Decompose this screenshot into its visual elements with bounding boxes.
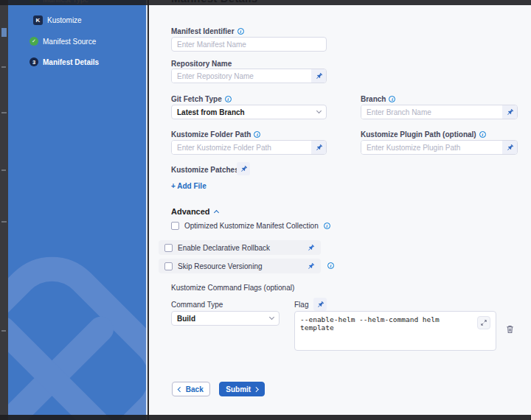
info-icon[interactable]: i [389, 96, 395, 102]
info-icon[interactable]: i [327, 262, 334, 269]
dimmed-page-edge [0, 0, 8, 420]
kustomize-folder-path-input[interactable] [172, 141, 311, 154]
branch-label: Branch i [361, 95, 395, 103]
runtime-input-pin-icon[interactable] [311, 69, 326, 83]
step-label: Manifest Source [43, 38, 96, 46]
info-icon[interactable]: i [237, 28, 244, 35]
flag-input[interactable]: --enable-helm --helm-command helm templa… [295, 312, 496, 350]
label-text: Repository Name [171, 60, 232, 68]
top-dark-bar [0, 0, 531, 5]
command-flags-label: Kustomize Command Flags (optional) [171, 284, 294, 292]
step-label: Kustomize [47, 16, 82, 24]
flag-label-row: Flag [294, 298, 327, 311]
expand-icon[interactable] [477, 316, 490, 329]
selected-value: Build [177, 315, 195, 323]
label-text: Kustomize Plugin Path (optional) [361, 130, 476, 139]
git-fetch-type-select[interactable]: Latest from Branch [171, 105, 327, 119]
runtime-input-pin-icon[interactable] [307, 262, 315, 270]
chevron-down-icon [269, 315, 274, 320]
checkbox[interactable] [171, 222, 179, 230]
kustomize-plugin-path-field [361, 140, 518, 155]
check-glyph: ✓ [32, 38, 36, 44]
check-circle-icon: ✓ [30, 37, 38, 46]
chevron-down-icon [316, 108, 322, 113]
runtime-input-pin-icon[interactable] [311, 141, 326, 154]
selected-value: Latest from Branch [177, 108, 245, 116]
label-text: Manifest Identifier [171, 27, 235, 35]
kustomize-folder-path-label: Kustomize Folder Path i [171, 130, 260, 139]
runtime-input-pin-icon[interactable] [307, 244, 315, 252]
dimmed-content-fragment [1, 169, 6, 171]
flag-label: Flag [294, 301, 308, 309]
dimmed-content-fragment [1, 112, 7, 113]
kustomize-icon: K [33, 15, 43, 25]
submit-button-label: Submit [226, 385, 251, 393]
step-label: Manifest Details [43, 58, 99, 66]
info-icon[interactable]: i [225, 96, 232, 102]
sidebar-step-manifest-source[interactable]: ✓ Manifest Source [30, 37, 96, 46]
checkbox[interactable] [164, 244, 173, 252]
runtime-input-pin-button[interactable] [237, 162, 250, 175]
checkbox-label: Skip Resource Versioning [178, 262, 263, 270]
kustomize-plugin-path-label: Kustomize Plugin Path (optional) i [361, 130, 486, 139]
branch-input[interactable] [361, 105, 502, 119]
manifest-details-panel: Manifest Details Manifest Identifier i R… [149, 0, 531, 420]
label-text: Command Type [171, 301, 223, 309]
optimized-kustomize-checkbox-row[interactable]: Optimized Kustomize Manifest Collection … [171, 222, 330, 230]
label-text: Kustomize Folder Path [171, 130, 251, 139]
step-number: 3 [32, 59, 35, 66]
dimmed-content-fragment [1, 330, 6, 332]
kustomize-icon-letter: K [36, 17, 41, 24]
repository-name-input[interactable] [172, 69, 311, 83]
skip-resource-versioning-row[interactable]: Skip Resource Versioning [159, 259, 321, 273]
runtime-input-pin-icon[interactable] [502, 105, 517, 119]
bottom-dark-bar [0, 415, 531, 420]
info-icon[interactable]: i [254, 131, 260, 138]
chevron-up-icon [214, 210, 219, 215]
back-button-label: Back [186, 385, 204, 393]
harness-logo-watermark [8, 234, 148, 420]
runtime-input-pin-icon[interactable] [502, 141, 517, 154]
chevron-left-icon [178, 387, 182, 391]
dimmed-content-fragment [1, 221, 7, 223]
label-text: Git Fetch Type [171, 95, 222, 103]
label-text: Branch [361, 95, 386, 103]
step-number-icon: 3 [30, 57, 38, 66]
branch-field [361, 105, 518, 119]
checkbox-label: Optimized Kustomize Manifest Collection [184, 222, 319, 230]
info-icon[interactable]: i [324, 223, 330, 229]
runtime-input-pin-button[interactable] [313, 298, 327, 311]
trash-icon[interactable] [505, 324, 515, 335]
manifest-identifier-label: Manifest Identifier i [171, 27, 244, 35]
command-type-label: Command Type [171, 301, 223, 309]
command-type-select[interactable]: Build [171, 311, 280, 326]
checkbox-label: Enable Declarative Rollback [178, 244, 270, 252]
declarative-rollback-row[interactable]: Enable Declarative Rollback [159, 240, 321, 255]
add-file-link[interactable]: + Add File [171, 182, 206, 190]
back-button[interactable]: Back [172, 382, 210, 396]
label-text: Kustomize Command Flags (optional) [171, 284, 294, 292]
dimmed-content-fragment [1, 66, 6, 68]
dimmed-content-fragment [1, 28, 7, 37]
repository-name-field [171, 69, 327, 83]
sidebar-step-kustomize[interactable]: K Kustomize [33, 15, 82, 25]
wizard-sidebar: ✓ Manifest Type K Kustomize ✓ Manifest S… [8, 0, 148, 420]
repository-name-label: Repository Name [171, 60, 232, 68]
flag-field: --enable-helm --helm-command helm templa… [294, 311, 496, 351]
sidebar-step-manifest-details[interactable]: 3 Manifest Details [30, 57, 99, 66]
submit-button[interactable]: Submit [219, 382, 265, 396]
advanced-section-toggle[interactable]: Advanced [171, 207, 218, 216]
advanced-label: Advanced [171, 207, 210, 216]
manifest-identifier-input[interactable] [171, 37, 327, 52]
git-fetch-type-label: Git Fetch Type i [171, 95, 232, 103]
checkbox[interactable] [164, 262, 173, 270]
chevron-right-icon [254, 387, 258, 391]
label-text: Kustomize Patches [171, 166, 239, 174]
info-icon[interactable]: i [479, 131, 486, 138]
kustomize-plugin-path-input[interactable] [361, 141, 502, 154]
kustomize-folder-path-field [171, 140, 327, 155]
